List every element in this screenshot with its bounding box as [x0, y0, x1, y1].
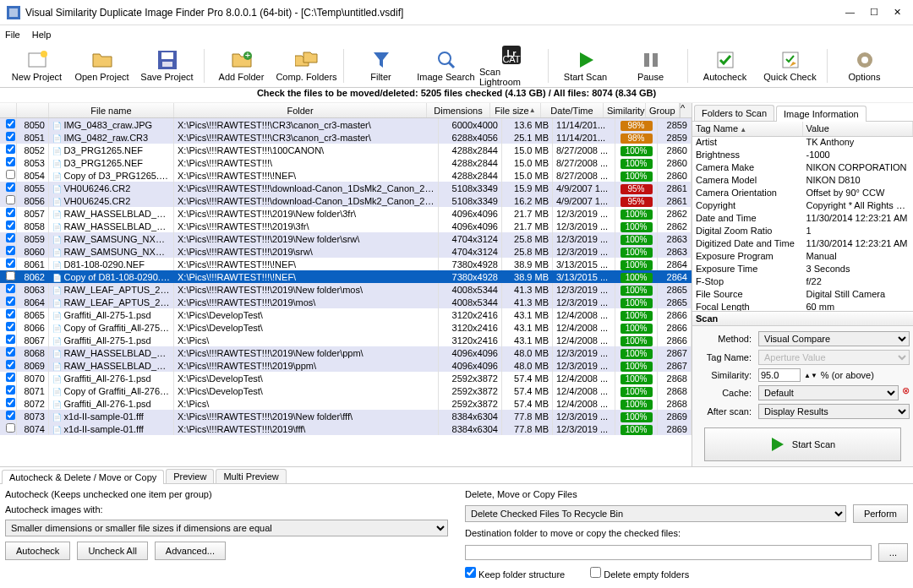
property-row[interactable]: Brightness-1000 [692, 150, 913, 162]
property-row[interactable]: Camera MakeNIKON CORPORATION [692, 162, 913, 175]
uncheck-all-button[interactable]: Uncheck All [77, 542, 147, 560]
row-checkbox[interactable] [6, 360, 15, 369]
table-row[interactable]: 8062Copy of D81-108-0290.NEFX:\Pics\!!!R… [0, 270, 692, 283]
col-group[interactable]: Group [646, 103, 680, 117]
table-row[interactable]: 8066Copy of Graffiti_All-275-1.psdX:\Pic… [0, 321, 692, 334]
table-row[interactable]: 8063RAW_LEAF_APTUS_22.MOSX:\Pics\!!!RAWT… [0, 283, 692, 296]
comp-folders-button[interactable]: Comp. Folders [275, 50, 338, 82]
browse-button[interactable]: ... [878, 543, 908, 562]
menu-help[interactable]: Help [32, 30, 52, 40]
row-checkbox[interactable] [6, 322, 15, 331]
clear-cache-icon[interactable]: ⊗ [902, 385, 910, 400]
property-row[interactable]: Exposure Time3 Seconds [692, 264, 913, 276]
col-tag-name[interactable]: Tag Name [692, 122, 803, 136]
col-datetime[interactable]: Date/Time [541, 103, 604, 117]
open-project-button[interactable]: Open Project [70, 50, 134, 82]
tab-multi-preview[interactable]: Multi Preview [216, 469, 286, 483]
quick-check-button[interactable]: Quick Check [758, 50, 822, 82]
table-row[interactable]: 8052D3_PRG1265.NEFX:\Pics\!!!RAWTEST!!!\… [0, 144, 692, 156]
row-checkbox[interactable] [6, 157, 15, 166]
advanced-button[interactable]: Advanced... [155, 542, 226, 560]
row-checkbox[interactable] [6, 259, 15, 268]
property-row[interactable]: ArtistTK Anthony [692, 137, 913, 150]
table-row[interactable]: 8071Copy of Graffiti_All-276-1.psdX:\Pic… [0, 384, 692, 397]
col-dimensions[interactable]: Dimensions [427, 103, 490, 117]
options-button[interactable]: Options [833, 50, 896, 82]
row-checkbox[interactable] [6, 195, 15, 204]
table-row[interactable]: 8051IMG_0482_raw.CR3X:\Pics\!!!RAWTEST!!… [0, 131, 692, 144]
destination-input[interactable] [465, 545, 872, 560]
table-row[interactable]: 8074x1d-II-sample-01.fffX:\Pics\!!!RAWTE… [0, 422, 692, 435]
delete-empty-checkbox[interactable]: Delete empty folders [590, 567, 689, 580]
keep-folder-checkbox[interactable]: Keep folder structure [465, 567, 565, 580]
row-checkbox[interactable] [6, 132, 15, 141]
row-checkbox[interactable] [6, 347, 15, 357]
property-row[interactable]: Focal Length60 mm [692, 302, 913, 311]
property-row[interactable]: Exposure ProgramManual [692, 251, 913, 264]
save-project-button[interactable]: Save Project [135, 50, 199, 82]
pause-button[interactable]: Pause [619, 50, 682, 82]
col-folder[interactable]: Folder [174, 103, 427, 117]
row-checkbox[interactable] [6, 208, 15, 217]
table-row[interactable]: 8068RAW_HASSELBLAD_CFV.PPMX:\Pics\!!!RAW… [0, 346, 692, 359]
new-project-button[interactable]: New Project [5, 50, 68, 82]
row-checkbox[interactable] [6, 398, 15, 407]
table-row[interactable]: 8065Graffiti_All-275-1.psdX:\Pics\Develo… [0, 308, 692, 321]
start-scan-big-button[interactable]: Start Scan [704, 427, 901, 461]
property-row[interactable]: Camera ModelNIKON D810 [692, 175, 913, 188]
add-folder-button[interactable]: +Add Folder [210, 50, 273, 82]
row-checkbox[interactable] [6, 309, 15, 318]
col-filename[interactable]: File name [49, 103, 174, 117]
row-checkbox[interactable] [6, 119, 15, 128]
table-row[interactable]: 8067Graffiti_All-275-1.psdX:\Pics\3120x2… [0, 334, 692, 346]
table-row[interactable]: 8057RAW_HASSELBLAD_CFV.3FRX:\Pics\!!!RAW… [0, 207, 692, 220]
table-row[interactable]: 8070Graffiti_All-276-1.psdX:\Pics\Develo… [0, 372, 692, 384]
row-checkbox[interactable] [6, 220, 15, 230]
scan-lightroom-button[interactable]: LrCATScan Lightroom [479, 45, 543, 87]
row-checkbox[interactable] [6, 423, 15, 433]
col-filesize[interactable]: File size [490, 103, 541, 117]
property-row[interactable]: Camera OrientationOffset by 90° CCW [692, 188, 913, 200]
perform-button[interactable]: Perform [853, 504, 908, 523]
autocheck-button[interactable]: Autocheck [693, 50, 757, 82]
tab-autocheck[interactable]: Autocheck & Delete / Move or Copy [2, 470, 164, 484]
tab-preview[interactable]: Preview [166, 469, 214, 483]
row-checkbox[interactable] [6, 373, 15, 382]
start-scan-button[interactable]: Start Scan [554, 50, 617, 82]
table-row[interactable]: 8055VH0U6246.CR2X:\Pics\!!!RAWTEST!!!\do… [0, 182, 692, 194]
similarity-input[interactable] [758, 368, 801, 382]
action-select[interactable]: Delete Checked Files To Recycle Bin [465, 505, 846, 522]
row-checkbox[interactable] [6, 271, 15, 280]
property-row[interactable]: Digital Zoom Ratio1 [692, 226, 913, 238]
col-similarity[interactable]: Similarity [604, 103, 646, 117]
row-checkbox[interactable] [6, 144, 15, 154]
tab-image-information[interactable]: Image Information [776, 106, 867, 122]
tagname-select[interactable]: Aperture Value [758, 350, 910, 365]
row-checkbox[interactable] [6, 182, 15, 192]
table-row[interactable]: 8073x1d-II-sample-01.fffX:\Pics\!!!RAWTE… [0, 410, 692, 422]
table-row[interactable]: 8058RAW_HASSELBLAD_CFV.3FRX:\Pics\!!!RAW… [0, 220, 692, 232]
image-search-button[interactable]: Image Search [414, 50, 478, 82]
property-row[interactable]: Date and Time11/30/2014 12:23:21 AM [692, 213, 913, 226]
table-row[interactable]: 8053D3_PRG1265.NEFX:\Pics\!!!RAWTEST!!!\… [0, 156, 692, 169]
table-row[interactable]: 8069RAW_HASSELBLAD_CFV.PPMX:\Pics\!!!RAW… [0, 359, 692, 372]
menu-file[interactable]: File [5, 30, 20, 40]
row-checkbox[interactable] [6, 284, 15, 293]
property-row[interactable]: File SourceDigital Still Camera [692, 289, 913, 302]
property-row[interactable]: CopyrightCopyright * All Rights R... [692, 200, 913, 213]
autocheck-run-button[interactable]: Autocheck [5, 542, 70, 560]
table-row[interactable]: 8064RAW_LEAF_APTUS_22.MOSX:\Pics\!!!RAWT… [0, 296, 692, 308]
col-tag-value[interactable]: Value [803, 122, 914, 136]
row-checkbox[interactable] [6, 335, 15, 344]
table-row[interactable]: 8054Copy of D3_PRG1265.NEFX:\Pics\!!!RAW… [0, 169, 692, 182]
row-checkbox[interactable] [6, 411, 15, 420]
table-row[interactable]: 8072Graffiti_All-276-1.psdX:\Pics\2592x3… [0, 397, 692, 410]
autocheck-criteria-select[interactable]: Smaller dimensions or smaller file sizes… [5, 520, 448, 536]
cache-select[interactable]: Default [758, 385, 899, 400]
minimize-button[interactable]: — [845, 7, 855, 18]
row-checkbox[interactable] [6, 233, 15, 242]
tab-folders-to-scan[interactable]: Folders to Scan [694, 105, 774, 121]
row-checkbox[interactable] [6, 385, 15, 395]
table-row[interactable]: 8050IMG_0483_craw.JPGX:\Pics\!!!RAWTEST!… [0, 118, 692, 131]
row-checkbox[interactable] [6, 246, 15, 255]
